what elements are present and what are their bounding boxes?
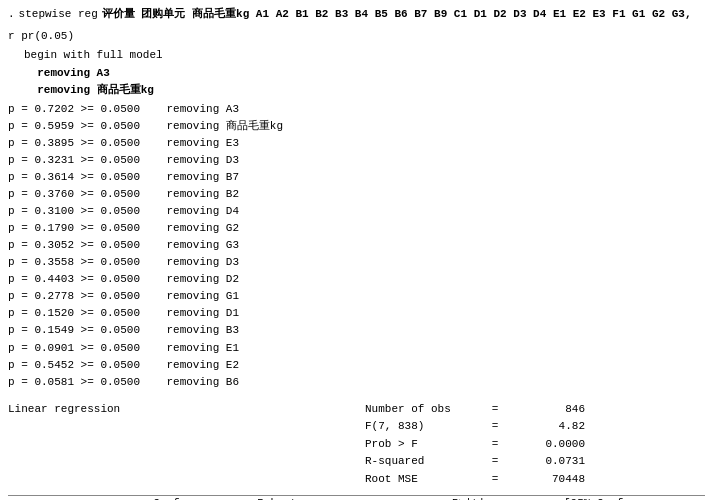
cmd-vars: 评价量 团购单元 商品毛重kg A1 A2 B1 B2 B3 B4 B5 B6 … bbox=[102, 6, 692, 24]
stats-row-r2: R-squared = 0.0731 bbox=[365, 453, 705, 471]
col-header-t bbox=[364, 495, 427, 500]
linear-reg-label: Linear regression bbox=[8, 401, 365, 489]
pval-row: p = 0.3231 >= 0.0500 removing D3 bbox=[8, 152, 705, 169]
pval-block: p = 0.7202 >= 0.0500 removing A3 p = 0.5… bbox=[8, 101, 705, 391]
main-container: . stepwise reg 评价量 团购单元 商品毛重kg A1 A2 B1 … bbox=[0, 0, 713, 500]
stats-f-val: 4.82 bbox=[505, 418, 585, 436]
stats-obs-val: 846 bbox=[505, 401, 585, 419]
stats-r2-val: 0.0731 bbox=[505, 453, 585, 471]
pval-row: p = 0.1790 >= 0.0500 removing G2 bbox=[8, 220, 705, 237]
pval-row: p = 0.1549 >= 0.0500 removing B3 bbox=[8, 322, 705, 339]
stats-obs-label: Number of obs bbox=[365, 401, 485, 419]
stats-prob-label: Prob > F bbox=[365, 436, 485, 454]
stats-eq: = bbox=[485, 436, 505, 454]
command-line: . stepwise reg 评价量 团购单元 商品毛重kg A1 A2 B1 … bbox=[8, 6, 705, 45]
stats-f-label: F(7, 838) bbox=[365, 418, 485, 436]
pval-row: p = 0.0901 >= 0.0500 removing E1 bbox=[8, 340, 705, 357]
stats-eq: = bbox=[485, 401, 505, 419]
stats-eq: = bbox=[485, 453, 505, 471]
regression-table: Coef. Robust P>|t| [95% Conf. 评价量 Coef. … bbox=[8, 495, 705, 500]
pval-row: p = 0.0581 >= 0.0500 removing B6 bbox=[8, 374, 705, 391]
stats-row-prob: Prob > F = 0.0000 bbox=[365, 436, 705, 454]
stats-eq: = bbox=[485, 418, 505, 436]
pval-row: p = 0.5959 >= 0.0500 removing 商品毛重kg bbox=[8, 118, 705, 135]
col-header-p: P>|t| bbox=[426, 495, 489, 500]
pval-row: p = 0.3052 >= 0.0500 removing G3 bbox=[8, 237, 705, 254]
stats-rmse-val: 70448 bbox=[505, 471, 585, 489]
pval-row: p = 0.3760 >= 0.0500 removing B2 bbox=[8, 186, 705, 203]
cmd-suffix: r pr(0.05) bbox=[8, 28, 74, 46]
removing-bold-2: removing 商品毛重kg bbox=[24, 82, 705, 99]
stats-prob-val: 0.0000 bbox=[505, 436, 585, 454]
col-header-ci: [95% Conf. bbox=[489, 495, 705, 500]
stats-r2-label: R-squared bbox=[365, 453, 485, 471]
table-header-row: Coef. Robust P>|t| [95% Conf. bbox=[8, 495, 705, 500]
stats-right: Number of obs = 846 F(7, 838) = 4.82 Pro… bbox=[365, 401, 705, 489]
pval-row: p = 0.2778 >= 0.0500 removing G1 bbox=[8, 288, 705, 305]
pval-row: p = 0.1520 >= 0.0500 removing D1 bbox=[8, 305, 705, 322]
pval-row: p = 0.3895 >= 0.0500 removing E3 bbox=[8, 135, 705, 152]
pval-row: p = 0.4403 >= 0.0500 removing D2 bbox=[8, 271, 705, 288]
pval-row: p = 0.7202 >= 0.0500 removing A3 bbox=[8, 101, 705, 118]
pval-row: p = 0.3558 >= 0.0500 removing D3 bbox=[8, 254, 705, 271]
pval-row: p = 0.3614 >= 0.0500 removing B7 bbox=[8, 169, 705, 186]
stats-section: Linear regression Number of obs = 846 F(… bbox=[8, 401, 705, 489]
stats-eq: = bbox=[485, 471, 505, 489]
stats-row-rmse: Root MSE = 70448 bbox=[365, 471, 705, 489]
stats-rmse-label: Root MSE bbox=[365, 471, 485, 489]
cmd-dot: . bbox=[8, 6, 15, 24]
removing-bold-1: removing A3 bbox=[24, 65, 705, 82]
cmd-text: stepwise reg bbox=[19, 6, 98, 24]
col-header-name bbox=[8, 495, 87, 500]
stats-row-f: F(7, 838) = 4.82 bbox=[365, 418, 705, 436]
begin-line: begin with full model bbox=[24, 47, 705, 65]
pval-row: p = 0.5452 >= 0.0500 removing E2 bbox=[8, 357, 705, 374]
stats-row-obs: Number of obs = 846 bbox=[365, 401, 705, 419]
col-header-robust: Robust bbox=[190, 495, 363, 500]
pval-row: p = 0.3100 >= 0.0500 removing D4 bbox=[8, 203, 705, 220]
col-header-coef: Coef. bbox=[87, 495, 190, 500]
